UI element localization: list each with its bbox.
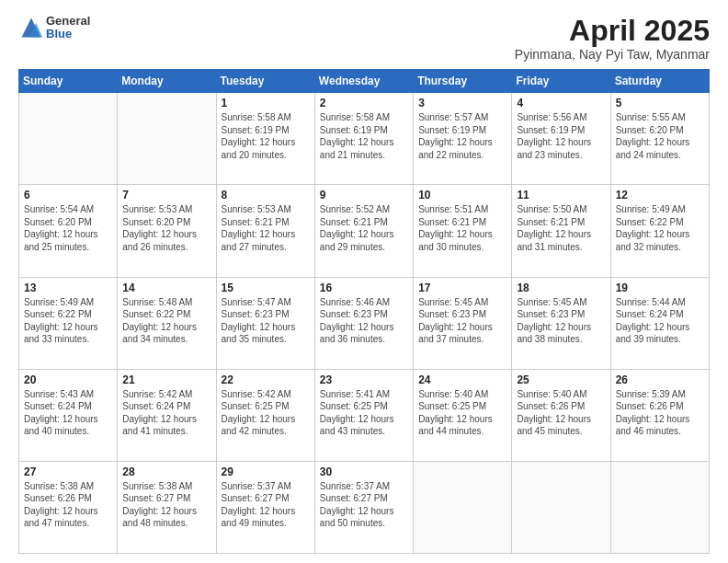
day-detail: Sunrise: 5:42 AM Sunset: 6:24 PM Dayligh… xyxy=(122,388,210,438)
calendar-cell: 8Sunrise: 5:53 AM Sunset: 6:21 PM Daylig… xyxy=(216,185,314,277)
day-number: 11 xyxy=(517,189,605,201)
calendar-cell: 6Sunrise: 5:54 AM Sunset: 6:20 PM Daylig… xyxy=(19,185,118,277)
calendar-cell: 20Sunrise: 5:43 AM Sunset: 6:24 PM Dayli… xyxy=(19,369,118,461)
weekday-header-thursday: Thursday xyxy=(414,70,512,93)
day-detail: Sunrise: 5:58 AM Sunset: 6:19 PM Dayligh… xyxy=(320,111,408,161)
calendar-cell xyxy=(512,461,610,553)
calendar-cell: 16Sunrise: 5:46 AM Sunset: 6:23 PM Dayli… xyxy=(314,277,413,369)
day-number: 19 xyxy=(616,282,704,294)
day-detail: Sunrise: 5:37 AM Sunset: 6:27 PM Dayligh… xyxy=(222,480,310,530)
calendar-cell: 14Sunrise: 5:48 AM Sunset: 6:22 PM Dayli… xyxy=(118,277,216,369)
day-number: 18 xyxy=(517,282,605,294)
day-number: 1 xyxy=(222,97,310,109)
day-number: 25 xyxy=(517,373,605,386)
day-detail: Sunrise: 5:38 AM Sunset: 6:27 PM Dayligh… xyxy=(122,480,210,530)
day-detail: Sunrise: 5:42 AM Sunset: 6:25 PM Dayligh… xyxy=(222,388,310,438)
calendar-cell: 5Sunrise: 5:55 AM Sunset: 6:20 PM Daylig… xyxy=(610,93,709,185)
day-detail: Sunrise: 5:40 AM Sunset: 6:25 PM Dayligh… xyxy=(418,388,506,438)
day-number: 7 xyxy=(122,189,210,201)
day-number: 20 xyxy=(24,373,112,386)
day-number: 10 xyxy=(418,189,506,201)
day-detail: Sunrise: 5:57 AM Sunset: 6:19 PM Dayligh… xyxy=(418,111,506,161)
header: General Blue April 2025 Pyinmana, Nay Py… xyxy=(18,15,710,62)
calendar-cell: 15Sunrise: 5:47 AM Sunset: 6:23 PM Dayli… xyxy=(216,277,314,369)
day-detail: Sunrise: 5:44 AM Sunset: 6:24 PM Dayligh… xyxy=(616,296,704,346)
day-number: 12 xyxy=(616,189,704,201)
calendar-cell xyxy=(118,93,216,185)
day-detail: Sunrise: 5:45 AM Sunset: 6:23 PM Dayligh… xyxy=(517,296,605,346)
day-detail: Sunrise: 5:38 AM Sunset: 6:26 PM Dayligh… xyxy=(24,480,112,530)
day-number: 22 xyxy=(222,373,310,386)
calendar-cell: 28Sunrise: 5:38 AM Sunset: 6:27 PM Dayli… xyxy=(118,461,216,553)
calendar-cell: 2Sunrise: 5:58 AM Sunset: 6:19 PM Daylig… xyxy=(314,93,413,185)
day-detail: Sunrise: 5:56 AM Sunset: 6:19 PM Dayligh… xyxy=(517,111,605,161)
day-number: 16 xyxy=(320,282,408,294)
day-number: 5 xyxy=(616,97,704,109)
calendar-week-row: 1Sunrise: 5:58 AM Sunset: 6:19 PM Daylig… xyxy=(19,93,710,185)
calendar-cell: 29Sunrise: 5:37 AM Sunset: 6:27 PM Dayli… xyxy=(216,461,314,553)
location: Pyinmana, Nay Pyi Taw, Myanmar xyxy=(515,47,710,62)
calendar-cell: 17Sunrise: 5:45 AM Sunset: 6:23 PM Dayli… xyxy=(414,277,512,369)
calendar-cell: 27Sunrise: 5:38 AM Sunset: 6:26 PM Dayli… xyxy=(19,461,118,553)
day-detail: Sunrise: 5:41 AM Sunset: 6:25 PM Dayligh… xyxy=(320,388,408,438)
logo-blue-text: Blue xyxy=(46,28,90,40)
day-number: 24 xyxy=(418,373,506,386)
calendar-cell xyxy=(19,93,118,185)
day-detail: Sunrise: 5:43 AM Sunset: 6:24 PM Dayligh… xyxy=(24,388,112,438)
day-number: 3 xyxy=(418,97,506,109)
calendar-cell: 10Sunrise: 5:51 AM Sunset: 6:21 PM Dayli… xyxy=(414,185,512,277)
calendar-cell: 4Sunrise: 5:56 AM Sunset: 6:19 PM Daylig… xyxy=(512,93,610,185)
day-detail: Sunrise: 5:58 AM Sunset: 6:19 PM Dayligh… xyxy=(222,111,310,161)
calendar-cell: 25Sunrise: 5:40 AM Sunset: 6:26 PM Dayli… xyxy=(512,369,610,461)
calendar-cell: 13Sunrise: 5:49 AM Sunset: 6:22 PM Dayli… xyxy=(19,277,118,369)
calendar: SundayMondayTuesdayWednesdayThursdayFrid… xyxy=(18,69,710,554)
day-number: 23 xyxy=(320,373,408,386)
calendar-cell: 3Sunrise: 5:57 AM Sunset: 6:19 PM Daylig… xyxy=(414,93,512,185)
calendar-cell: 18Sunrise: 5:45 AM Sunset: 6:23 PM Dayli… xyxy=(512,277,610,369)
day-detail: Sunrise: 5:39 AM Sunset: 6:26 PM Dayligh… xyxy=(616,388,704,438)
title-block: April 2025 Pyinmana, Nay Pyi Taw, Myanma… xyxy=(515,15,710,62)
day-detail: Sunrise: 5:37 AM Sunset: 6:27 PM Dayligh… xyxy=(320,480,408,530)
month-title: April 2025 xyxy=(515,15,710,47)
calendar-cell: 7Sunrise: 5:53 AM Sunset: 6:20 PM Daylig… xyxy=(118,185,216,277)
calendar-cell: 19Sunrise: 5:44 AM Sunset: 6:24 PM Dayli… xyxy=(610,277,709,369)
logo-icon xyxy=(18,15,44,40)
day-number: 13 xyxy=(24,282,112,294)
day-detail: Sunrise: 5:49 AM Sunset: 6:22 PM Dayligh… xyxy=(24,296,112,346)
day-number: 14 xyxy=(122,282,210,294)
logo-general-text: General xyxy=(46,15,90,28)
logo: General Blue xyxy=(18,15,90,41)
day-detail: Sunrise: 5:51 AM Sunset: 6:21 PM Dayligh… xyxy=(418,203,506,253)
page: General Blue April 2025 Pyinmana, Nay Py… xyxy=(0,0,728,563)
day-number: 29 xyxy=(222,465,310,478)
day-number: 30 xyxy=(320,465,408,478)
calendar-cell: 24Sunrise: 5:40 AM Sunset: 6:25 PM Dayli… xyxy=(414,369,512,461)
weekday-header-saturday: Saturday xyxy=(610,70,709,93)
day-detail: Sunrise: 5:48 AM Sunset: 6:22 PM Dayligh… xyxy=(122,296,210,346)
calendar-cell: 11Sunrise: 5:50 AM Sunset: 6:21 PM Dayli… xyxy=(512,185,610,277)
day-detail: Sunrise: 5:49 AM Sunset: 6:22 PM Dayligh… xyxy=(616,203,704,253)
day-number: 27 xyxy=(24,465,112,478)
day-number: 15 xyxy=(222,282,310,294)
weekday-header-wednesday: Wednesday xyxy=(314,70,413,93)
calendar-week-row: 20Sunrise: 5:43 AM Sunset: 6:24 PM Dayli… xyxy=(19,369,710,461)
day-number: 26 xyxy=(616,373,704,386)
weekday-header-row: SundayMondayTuesdayWednesdayThursdayFrid… xyxy=(19,70,710,93)
weekday-header-monday: Monday xyxy=(118,70,216,93)
calendar-cell xyxy=(610,461,709,553)
day-number: 4 xyxy=(517,97,605,109)
calendar-week-row: 6Sunrise: 5:54 AM Sunset: 6:20 PM Daylig… xyxy=(19,185,710,277)
day-number: 9 xyxy=(320,189,408,201)
calendar-week-row: 27Sunrise: 5:38 AM Sunset: 6:26 PM Dayli… xyxy=(19,461,710,553)
day-detail: Sunrise: 5:53 AM Sunset: 6:21 PM Dayligh… xyxy=(222,203,310,253)
calendar-cell xyxy=(414,461,512,553)
day-number: 28 xyxy=(122,465,210,478)
day-detail: Sunrise: 5:40 AM Sunset: 6:26 PM Dayligh… xyxy=(517,388,605,438)
calendar-cell: 23Sunrise: 5:41 AM Sunset: 6:25 PM Dayli… xyxy=(314,369,413,461)
day-detail: Sunrise: 5:52 AM Sunset: 6:21 PM Dayligh… xyxy=(320,203,408,253)
calendar-cell: 12Sunrise: 5:49 AM Sunset: 6:22 PM Dayli… xyxy=(610,185,709,277)
day-detail: Sunrise: 5:55 AM Sunset: 6:20 PM Dayligh… xyxy=(616,111,704,161)
day-detail: Sunrise: 5:47 AM Sunset: 6:23 PM Dayligh… xyxy=(222,296,310,346)
day-detail: Sunrise: 5:53 AM Sunset: 6:20 PM Dayligh… xyxy=(122,203,210,253)
weekday-header-friday: Friday xyxy=(512,70,610,93)
